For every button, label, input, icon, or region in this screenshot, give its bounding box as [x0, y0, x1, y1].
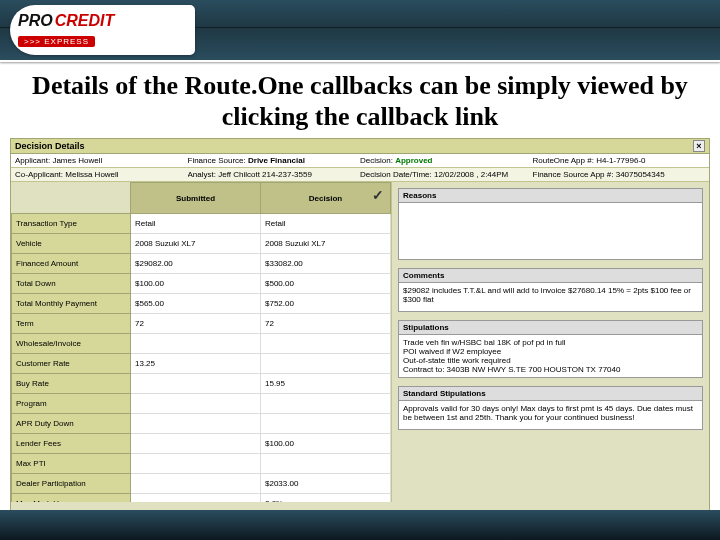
logo-express: >>> EXPRESS: [18, 36, 95, 47]
right-column: Reasons Comments $29082 includes T.T.&L …: [392, 182, 709, 502]
row-decision: $500.00: [261, 274, 391, 294]
row-submitted: Retail: [131, 214, 261, 234]
applicant-value: James Howell: [52, 156, 102, 165]
row-submitted: 72: [131, 314, 261, 334]
table-row: Lender Fees$100.00: [12, 434, 391, 454]
slide-title: Details of the Route.One callbacks can b…: [30, 70, 690, 132]
table-row: Financed Amount$29082.00$33082.00: [12, 254, 391, 274]
col-blank: [12, 183, 131, 214]
coapplicant-value: Melissa Howell: [65, 170, 118, 179]
row-submitted: [131, 434, 261, 454]
row-label: Financed Amount: [12, 254, 131, 274]
std-stip-body: Approvals valid for 30 days only! Max da…: [399, 401, 702, 429]
row-submitted: 2008 Suzuki XL7: [131, 234, 261, 254]
decision-value: Approved: [395, 156, 432, 165]
row-label: APR Duty Down: [12, 414, 131, 434]
table-row: Transaction TypeRetailRetail: [12, 214, 391, 234]
decision-dt-label: Decision Date/Time:: [360, 170, 432, 179]
table-row: Vehicle2008 Suzuki XL72008 Suzuki XL7: [12, 234, 391, 254]
info-row-1: Applicant: James Howell Finance Source: …: [11, 154, 709, 168]
table-row: Max PTI: [12, 454, 391, 474]
row-label: Vehicle: [12, 234, 131, 254]
row-decision: 72: [261, 314, 391, 334]
analyst-value: Jeff Chilcott 214-237-3559: [218, 170, 312, 179]
std-stip-title: Standard Stipulations: [399, 387, 702, 401]
comments-title: Comments: [399, 269, 702, 283]
row-submitted: $565.00: [131, 294, 261, 314]
table-row: Dealer Participation$2033.00: [12, 474, 391, 494]
fs-appid-value: 34075054345: [616, 170, 665, 179]
footer-bar: [0, 510, 720, 540]
close-icon[interactable]: ×: [693, 140, 705, 152]
row-label: Total Down: [12, 274, 131, 294]
row-label: Wholesale/Invoice: [12, 334, 131, 354]
table-row: Buy Rate15.95: [12, 374, 391, 394]
table-row: APR Duty Down: [12, 414, 391, 434]
row-decision: $752.00: [261, 294, 391, 314]
table-row: Total Monthly Payment$565.00$752.00: [12, 294, 391, 314]
row-submitted: $100.00: [131, 274, 261, 294]
row-decision: 2008 Suzuki XL7: [261, 234, 391, 254]
decision-details-panel: Decision Details × Applicant: James Howe…: [10, 138, 710, 518]
row-label: Term: [12, 314, 131, 334]
row-decision: [261, 454, 391, 474]
row-decision: [261, 334, 391, 354]
standard-stipulations-box: Standard Stipulations Approvals valid fo…: [398, 386, 703, 430]
comparison-table: Submitted Decision ✓ Transaction TypeRet…: [11, 182, 392, 502]
row-label: Dealer Participation: [12, 474, 131, 494]
row-decision: $33082.00: [261, 254, 391, 274]
row-submitted: [131, 414, 261, 434]
row-label: Max Mark Up: [12, 494, 131, 503]
info-row-2: Co-Applicant: Melissa Howell Analyst: Je…: [11, 168, 709, 182]
stipulations-box: Stipulations Trade veh fin w/HSBC bal 18…: [398, 320, 703, 378]
row-decision: $2033.00: [261, 474, 391, 494]
row-submitted: $29082.00: [131, 254, 261, 274]
reasons-body: [399, 203, 702, 259]
row-decision: Retail: [261, 214, 391, 234]
row-decision: [261, 394, 391, 414]
logo-pro: PRO: [18, 12, 53, 29]
row-decision: 2.0%: [261, 494, 391, 503]
coapplicant-label: Co-Applicant:: [15, 170, 63, 179]
stipulations-body: Trade veh fin w/HSBC bal 18K of pof pd i…: [399, 335, 702, 377]
procredit-logo: PROCREDIT >>> EXPRESS: [10, 5, 195, 55]
finance-source-label: Finance Source:: [188, 156, 246, 165]
row-decision: 15.95: [261, 374, 391, 394]
analyst-label: Analyst:: [188, 170, 216, 179]
row-decision: [261, 414, 391, 434]
col-decision-label: Decision: [309, 194, 342, 203]
table-row: Term7272: [12, 314, 391, 334]
reasons-title: Reasons: [399, 189, 702, 203]
row-decision: [261, 354, 391, 374]
table-row: Wholesale/Invoice: [12, 334, 391, 354]
panel-titlebar: Decision Details ×: [11, 139, 709, 154]
row-submitted: [131, 374, 261, 394]
fs-appid-label: Finance Source App #:: [533, 170, 614, 179]
decision-dt-value: 12/02/2008 , 2:44PM: [434, 170, 508, 179]
checkmark-icon: ✓: [372, 187, 384, 203]
row-submitted: [131, 394, 261, 414]
header-bar: PROCREDIT >>> EXPRESS: [0, 0, 720, 62]
logo-credit: CREDIT: [55, 12, 115, 29]
routeone-appid-value: H4-1-77996-0: [596, 156, 645, 165]
table-row: Customer Rate13.25: [12, 354, 391, 374]
row-submitted: [131, 454, 261, 474]
row-submitted: [131, 494, 261, 503]
row-submitted: [131, 334, 261, 354]
decision-label: Decision:: [360, 156, 393, 165]
table-row: Program: [12, 394, 391, 414]
panel-title: Decision Details: [15, 141, 85, 151]
row-label: Lender Fees: [12, 434, 131, 454]
finance-source-value: Drive Financial: [248, 156, 305, 165]
reasons-box: Reasons: [398, 188, 703, 260]
row-label: Customer Rate: [12, 354, 131, 374]
row-label: Total Monthly Payment: [12, 294, 131, 314]
row-label: Program: [12, 394, 131, 414]
row-decision: $100.00: [261, 434, 391, 454]
row-label: Transaction Type: [12, 214, 131, 234]
col-decision: Decision ✓: [261, 183, 391, 214]
row-submitted: [131, 474, 261, 494]
table-row: Max Mark Up2.0%: [12, 494, 391, 503]
row-label: Max PTI: [12, 454, 131, 474]
row-submitted: 13.25: [131, 354, 261, 374]
